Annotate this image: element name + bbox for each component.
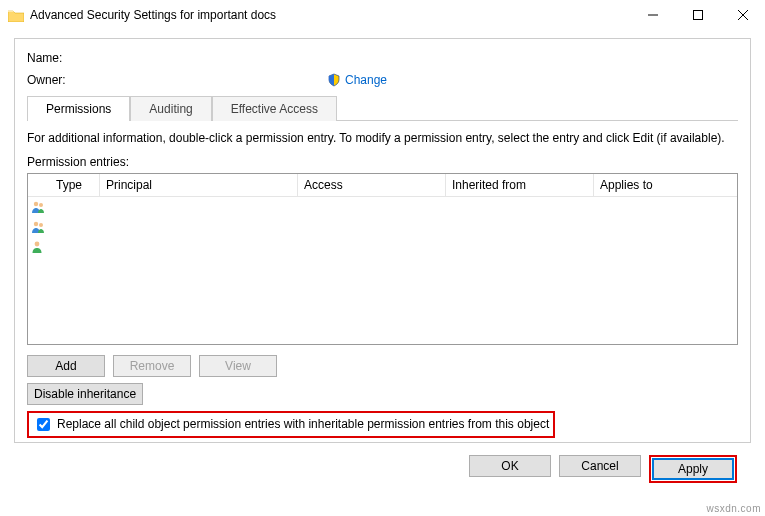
close-button[interactable]	[720, 0, 765, 30]
folder-icon	[8, 9, 24, 22]
svg-point-5	[39, 203, 43, 207]
grid-row[interactable]	[28, 237, 737, 257]
tab-auditing[interactable]: Auditing	[130, 96, 211, 121]
ok-button[interactable]: OK	[469, 455, 551, 477]
tab-permissions[interactable]: Permissions	[27, 96, 130, 121]
disable-inheritance-button[interactable]: Disable inheritance	[27, 383, 143, 405]
grid-row[interactable]	[28, 217, 737, 237]
info-text: For additional information, double-click…	[27, 131, 738, 147]
watermark: wsxdn.com	[706, 503, 761, 514]
apply-button[interactable]: Apply	[652, 458, 734, 480]
cancel-button[interactable]: Cancel	[559, 455, 641, 477]
main-panel: Name: Owner: Change Permissions Auditing…	[14, 38, 751, 443]
replace-checkbox-label: Replace all child object permission entr…	[57, 417, 549, 431]
svg-point-7	[39, 223, 43, 227]
change-link-text: Change	[345, 73, 387, 87]
col-type[interactable]: Type	[50, 174, 100, 196]
name-label: Name:	[27, 51, 327, 65]
titlebar: Advanced Security Settings for important…	[0, 0, 765, 30]
remove-button[interactable]: Remove	[113, 355, 191, 377]
svg-point-4	[34, 201, 38, 205]
dialog-footer: OK Cancel Apply	[14, 443, 751, 483]
svg-point-8	[35, 241, 40, 246]
svg-rect-1	[693, 11, 702, 20]
permission-grid[interactable]: Type Principal Access Inherited from App…	[27, 173, 738, 345]
users-icon	[28, 220, 50, 234]
tab-effective-access[interactable]: Effective Access	[212, 96, 337, 121]
minimize-button[interactable]	[630, 0, 675, 30]
grid-header: Type Principal Access Inherited from App…	[28, 174, 737, 197]
add-button[interactable]: Add	[27, 355, 105, 377]
replace-checkbox-row[interactable]: Replace all child object permission entr…	[27, 411, 555, 438]
replace-checkbox[interactable]	[37, 418, 50, 431]
change-owner-link[interactable]: Change	[327, 73, 387, 87]
grid-row[interactable]	[28, 197, 737, 217]
col-inherited[interactable]: Inherited from	[446, 174, 594, 196]
window-title: Advanced Security Settings for important…	[30, 8, 630, 22]
maximize-button[interactable]	[675, 0, 720, 30]
shield-icon	[327, 73, 341, 87]
users-icon	[28, 200, 50, 214]
tab-bar: Permissions Auditing Effective Access	[27, 95, 738, 121]
user-icon	[28, 240, 50, 254]
svg-point-6	[34, 221, 38, 225]
col-applies[interactable]: Applies to	[594, 174, 737, 196]
col-principal[interactable]: Principal	[100, 174, 298, 196]
owner-label: Owner:	[27, 73, 327, 87]
col-access[interactable]: Access	[298, 174, 446, 196]
apply-highlight: Apply	[649, 455, 737, 483]
view-button[interactable]: View	[199, 355, 277, 377]
entries-label: Permission entries:	[27, 155, 738, 169]
